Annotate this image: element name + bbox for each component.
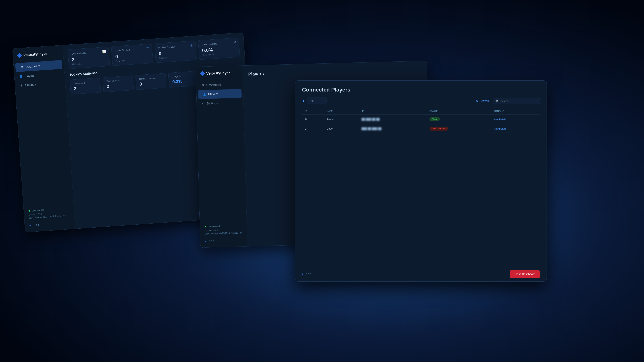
table-row: 27 Catto ███.██.███.██ VPN Detected View…: [302, 124, 540, 133]
w2-version-dot: [205, 241, 206, 242]
w2-version: 1.0.0: [200, 239, 247, 243]
sidebar-item-dashboard-label: Dashboard: [25, 64, 40, 69]
w2-status: Operational Cached IPs: 2 Last Cleanup: …: [200, 221, 247, 239]
w2-sidebar-settings[interactable]: ⚙ Settings: [196, 98, 244, 108]
cell-actions: View Details: [491, 115, 540, 124]
players-table: ID NAME IP STATUS ACTIONS 26 'Deceit ██.…: [302, 108, 540, 133]
col-id: ID: [302, 108, 324, 115]
w2-sidebar-players[interactable]: 👤 Players: [198, 89, 242, 99]
w2-logo: VelocityLayer: [196, 70, 243, 81]
col-actions: ACTIONS: [491, 108, 540, 115]
refused-queries-card: Refused Queries 0: [135, 73, 166, 90]
cell-ip: ███.██.███.██: [359, 124, 427, 133]
w2-logo-diamond-icon: [200, 71, 205, 76]
w3-main: Connected Players ▼ All ↻ Refresh 🔍: [295, 81, 546, 267]
usage-value: 0.2%: [172, 78, 196, 85]
search-icon: 🔍: [496, 99, 499, 103]
w2-players-label: Players: [208, 92, 218, 96]
view-details-button[interactable]: View Details: [494, 127, 506, 130]
vpn-icon: 🛡: [146, 47, 150, 50]
search-input[interactable]: [500, 99, 537, 102]
detection-label: Detection Rate: [202, 41, 236, 46]
undetected-label: Undetected: [74, 81, 97, 85]
col-status: STATUS: [427, 108, 491, 115]
refresh-icon: ↻: [476, 99, 478, 103]
queries-icon: 📊: [102, 50, 106, 54]
players-tbody: 26 'Deceit ██.███.██.██ Clean View Detai…: [302, 115, 540, 133]
w2-settings-label: Settings: [207, 102, 218, 105]
w1-nav: ⊞ Dashboard 👤 Players ⚙ Settings: [14, 59, 74, 206]
table-toolbar: ▼ All ↻ Refresh 🔍: [302, 97, 540, 104]
w2-last-cleanup: Last Cleanup: 12/23/2024, 8:32:19 PM: [205, 231, 242, 235]
status-dot: [28, 210, 30, 212]
filter-select[interactable]: All: [307, 97, 327, 104]
ip-value: ███.██.███.██: [362, 127, 382, 130]
w3-content: Connected Players ▼ All ↻ Refresh 🔍: [295, 81, 546, 267]
w1-app-name: VelocityLayer: [23, 51, 47, 57]
w2-players-icon: 👤: [203, 93, 206, 96]
dashboard-icon: ⊞: [20, 65, 24, 69]
undetected-value: 2: [74, 85, 97, 91]
col-ip: IP: [359, 108, 427, 115]
col-name: NAME: [324, 108, 359, 115]
w3-footer: 1.0.0 Close Dashboard: [295, 267, 546, 281]
stat-card-queries: Queries today 2 Limit: 1000 📊: [68, 46, 110, 69]
window-3: Connected Players ▼ All ↻ Refresh 🔍: [295, 80, 547, 282]
connected-players-title: Connected Players: [302, 87, 540, 93]
total-queries-card: Total Queries 2: [103, 75, 134, 92]
undetected-card: Undetected 2: [70, 78, 101, 94]
sidebar-item-settings-label: Settings: [25, 83, 36, 87]
cell-id: 27: [302, 124, 324, 133]
w3-version-row: 1.0.0: [302, 273, 311, 276]
close-dashboard-label: Close Dashboard: [514, 273, 535, 276]
close-dashboard-button[interactable]: Close Dashboard: [510, 270, 540, 278]
proxies-icon: ⚙: [190, 43, 193, 47]
w2-sidebar-dashboard[interactable]: ⊞ Dashboard: [196, 80, 243, 90]
total-queries-label: Total Queries: [106, 78, 130, 83]
total-queries-value: 2: [106, 82, 130, 89]
cell-ip: ██.███.██.██: [359, 115, 427, 124]
players-icon: 👤: [19, 75, 22, 78]
refresh-label: Refresh: [480, 99, 489, 103]
w2-app-name: VelocityLayer: [206, 71, 230, 76]
ip-value: ██.███.██.██: [362, 118, 380, 121]
vpns-blocked-label: VPNs Blocked: [115, 47, 149, 52]
w2-settings-icon: ⚙: [202, 102, 205, 105]
sidebar-item-players-label: Players: [24, 74, 34, 78]
cell-actions: View Details: [491, 124, 540, 133]
w3-version-dot: [302, 274, 304, 275]
w2-cached-ips: Cached IPs: 2: [205, 228, 242, 232]
proxies-label: Proxies Detected: [158, 44, 192, 49]
toolbar-right: ↻ Refresh 🔍: [476, 98, 540, 104]
search-box: 🔍: [493, 98, 540, 104]
w3-version-text: 1.0.0: [306, 273, 311, 276]
version-dot-icon: [30, 225, 31, 226]
w1-status: Operational Cached IPs: 1 Last Cleanup: …: [24, 203, 75, 223]
w2-dashboard-label: Dashboard: [206, 83, 221, 87]
logo-diamond-icon: [17, 53, 22, 58]
view-details-button[interactable]: View Details: [494, 118, 506, 121]
usage-card: Usage % 0.2%: [168, 71, 200, 87]
stat-card-detection: Detection Rate 0.0% Burst Tokens: 1 ✕: [198, 37, 240, 60]
w2-players-title: Players: [248, 67, 422, 77]
status-badge: VPN Detected: [430, 127, 448, 131]
filter-icon: ▼: [302, 99, 305, 103]
w2-sidebar: VelocityLayer ⊞ Dashboard 👤 Players ⚙ Se…: [196, 66, 247, 248]
cell-status: VPN Detected: [427, 124, 491, 133]
table-header: ID NAME IP STATUS ACTIONS: [302, 108, 540, 115]
queries-today-label: Queries today: [72, 50, 105, 55]
cell-status: Clean: [427, 115, 491, 124]
w2-status-dot: [204, 226, 206, 227]
status-badge: Clean: [430, 117, 440, 121]
stat-card-proxies: Proxies Detected 0 Total: 18 ⚙: [154, 40, 196, 63]
cell-name: 'Deceit: [324, 115, 359, 124]
settings-icon: ⚙: [20, 84, 23, 87]
table-row: 26 'Deceit ██.███.██.██ Clean View Detai…: [302, 115, 540, 124]
w2-dashboard-icon: ⊞: [201, 83, 204, 87]
refused-label: Refused Queries: [139, 76, 162, 80]
stat-card-vpns: VPNs Blocked 0 Plan: Free 🛡: [111, 43, 153, 66]
detection-close-button[interactable]: ✕: [234, 40, 237, 44]
refused-value: 0: [139, 80, 163, 87]
refresh-button[interactable]: ↻ Refresh: [476, 99, 489, 103]
filter-section: ▼ All: [302, 97, 327, 104]
